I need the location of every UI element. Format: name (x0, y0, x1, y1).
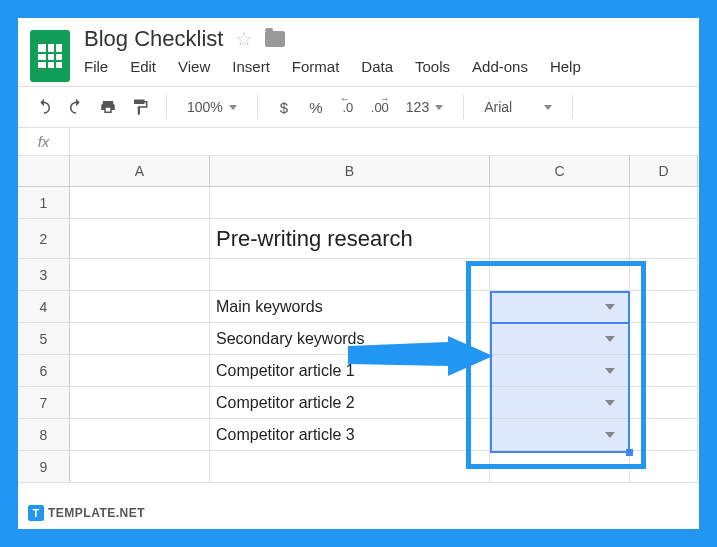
row-header-5[interactable]: 5 (18, 323, 70, 354)
cell-C1[interactable] (490, 187, 630, 218)
cell-D5[interactable] (630, 323, 698, 354)
font-dropdown[interactable]: Arial (478, 99, 558, 115)
toolbar: 100% $ % .0← .00→ 123 Arial (18, 86, 699, 128)
row-header-4[interactable]: 4 (18, 291, 70, 322)
menu-data[interactable]: Data (361, 58, 393, 75)
document-title[interactable]: Blog Checklist (84, 26, 223, 52)
cell-B8[interactable]: Competitor article 3 (210, 419, 490, 450)
cell-B6[interactable]: Competitor article 1 (210, 355, 490, 386)
menu-addons[interactable]: Add-ons (472, 58, 528, 75)
menu-insert[interactable]: Insert (232, 58, 270, 75)
cell-C4-dropdown[interactable] (490, 291, 630, 322)
cell-D6[interactable] (630, 355, 698, 386)
number-format-dropdown[interactable]: 123 (400, 99, 449, 115)
star-icon[interactable]: ☆ (235, 27, 253, 51)
column-header-A[interactable]: A (70, 156, 210, 186)
cell-B5[interactable]: Secondary keywords (210, 323, 490, 354)
row-header-9[interactable]: 9 (18, 451, 70, 482)
cell-B7[interactable]: Competitor article 2 (210, 387, 490, 418)
cell-D9[interactable] (630, 451, 698, 482)
cell-C7-dropdown[interactable] (490, 387, 630, 418)
print-button[interactable] (96, 95, 120, 119)
cell-B9[interactable] (210, 451, 490, 482)
row-header-3[interactable]: 3 (18, 259, 70, 290)
cell-A3[interactable] (70, 259, 210, 290)
menu-help[interactable]: Help (550, 58, 581, 75)
percent-button[interactable]: % (304, 95, 328, 119)
redo-button[interactable] (64, 95, 88, 119)
menu-bar: File Edit View Insert Format Data Tools … (84, 58, 687, 75)
menu-file[interactable]: File (84, 58, 108, 75)
cell-C3[interactable] (490, 259, 630, 290)
row-header-6[interactable]: 6 (18, 355, 70, 386)
column-header-B[interactable]: B (210, 156, 490, 186)
undo-button[interactable] (32, 95, 56, 119)
dropdown-caret-icon (605, 304, 615, 310)
watermark-logo-icon: T (28, 505, 44, 521)
paint-format-button[interactable] (128, 95, 152, 119)
chevron-down-icon (544, 105, 552, 110)
column-header-D[interactable]: D (630, 156, 698, 186)
cell-A5[interactable] (70, 323, 210, 354)
cell-A1[interactable] (70, 187, 210, 218)
row-header-8[interactable]: 8 (18, 419, 70, 450)
dropdown-caret-icon (605, 400, 615, 406)
cell-C6-dropdown[interactable] (490, 355, 630, 386)
cell-A9[interactable] (70, 451, 210, 482)
select-all-corner[interactable] (18, 156, 70, 186)
dropdown-caret-icon (605, 368, 615, 374)
cell-C8-dropdown[interactable] (490, 419, 630, 450)
cell-B2[interactable]: Pre-writing research (210, 219, 490, 258)
row-header-2[interactable]: 2 (18, 219, 70, 258)
zoom-dropdown[interactable]: 100% (181, 99, 243, 115)
cell-A2[interactable] (70, 219, 210, 258)
fx-label: fx (18, 128, 70, 155)
increase-decimal-button[interactable]: .00→ (368, 95, 392, 119)
row-header-1[interactable]: 1 (18, 187, 70, 218)
spreadsheet-grid: A B C D 1 2Pre-writing research 3 4Main … (18, 156, 699, 483)
cell-A6[interactable] (70, 355, 210, 386)
cell-B1[interactable] (210, 187, 490, 218)
column-header-C[interactable]: C (490, 156, 630, 186)
row-header-7[interactable]: 7 (18, 387, 70, 418)
cell-D7[interactable] (630, 387, 698, 418)
watermark-text: TEMPLATE.NET (48, 506, 145, 520)
cell-A8[interactable] (70, 419, 210, 450)
cell-D2[interactable] (630, 219, 698, 258)
menu-edit[interactable]: Edit (130, 58, 156, 75)
decrease-decimal-button[interactable]: .0← (336, 95, 360, 119)
menu-format[interactable]: Format (292, 58, 340, 75)
dropdown-caret-icon (605, 336, 615, 342)
cell-C9[interactable] (490, 451, 630, 482)
cell-A4[interactable] (70, 291, 210, 322)
watermark: T TEMPLATE.NET (28, 505, 145, 521)
chevron-down-icon (229, 105, 237, 110)
cell-A7[interactable] (70, 387, 210, 418)
formula-input[interactable] (70, 128, 699, 155)
cell-C2[interactable] (490, 219, 630, 258)
cell-B3[interactable] (210, 259, 490, 290)
menu-view[interactable]: View (178, 58, 210, 75)
cell-C5-dropdown[interactable] (490, 323, 630, 354)
sheets-window: Blog Checklist ☆ File Edit View Insert F… (18, 18, 699, 529)
cell-D8[interactable] (630, 419, 698, 450)
cell-D1[interactable] (630, 187, 698, 218)
cell-D3[interactable] (630, 259, 698, 290)
folder-icon[interactable] (265, 31, 285, 47)
menu-tools[interactable]: Tools (415, 58, 450, 75)
sheets-logo-icon (30, 30, 70, 82)
header: Blog Checklist ☆ File Edit View Insert F… (18, 18, 699, 86)
chevron-down-icon (435, 105, 443, 110)
currency-button[interactable]: $ (272, 95, 296, 119)
cell-D4[interactable] (630, 291, 698, 322)
cell-B4[interactable]: Main keywords (210, 291, 490, 322)
formula-bar: fx (18, 128, 699, 156)
fill-handle[interactable] (626, 449, 633, 456)
dropdown-caret-icon (605, 432, 615, 438)
